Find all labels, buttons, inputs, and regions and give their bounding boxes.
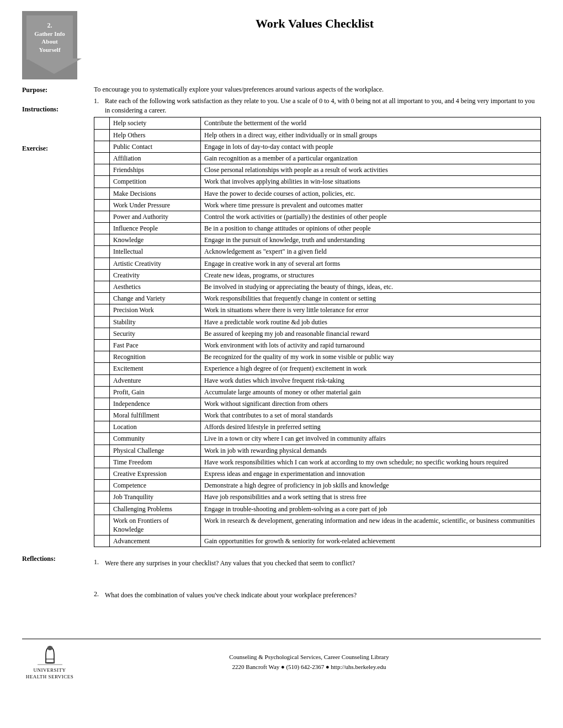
value-cell: Artistic Creativity — [110, 258, 201, 269]
reflections-area: Reflections: 1. Were there any surprises… — [22, 553, 541, 622]
desc-cell: Gain opportunities for growth & seniorit… — [201, 536, 541, 547]
desc-cell: Work where time pressure is prevalent an… — [201, 199, 541, 211]
checkbox-cell[interactable] — [94, 281, 110, 293]
desc-cell: Have the power to decide courses of acti… — [201, 188, 541, 199]
checkbox-cell[interactable] — [94, 480, 110, 491]
table-row: Job Tranquility Have job responsibilitie… — [94, 491, 541, 503]
footer-logo-line1: UNIVERSITY — [26, 667, 74, 674]
desc-cell: Have work duties which involve frequent … — [201, 374, 541, 386]
table-row: Help society Contribute the betterment o… — [94, 117, 541, 129]
table-row: Public Contact Engage in lots of day-to-… — [94, 141, 541, 152]
checkbox-cell[interactable] — [94, 258, 110, 269]
checkbox-cell[interactable] — [94, 468, 110, 480]
checkbox-cell[interactable] — [94, 491, 110, 503]
reflections-main-col: 1. Were there any surprises in your chec… — [94, 553, 541, 622]
desc-cell: Gain recognition as a member of a partic… — [201, 152, 541, 164]
checkbox-cell[interactable] — [94, 433, 110, 445]
value-cell: Challenging Problems — [110, 503, 201, 515]
checkbox-cell[interactable] — [94, 363, 110, 374]
value-cell: Precision Work — [110, 304, 201, 316]
purpose-text: To encourage you to systematically explo… — [94, 85, 541, 94]
table-row: Aesthetics Be involved in studying or ap… — [94, 281, 541, 293]
checkbox-cell[interactable] — [94, 351, 110, 363]
checkbox-cell[interactable] — [94, 328, 110, 339]
checkbox-cell[interactable] — [94, 456, 110, 468]
value-cell: Stability — [110, 316, 201, 328]
table-row: Change and Variety Work responsibilities… — [94, 293, 541, 304]
table-row: Make Decisions Have the power to decide … — [94, 188, 541, 199]
table-row: Competence Demonstrate a high degree of … — [94, 480, 541, 491]
labels-col: Purpose: Instructions: Exercise: — [22, 85, 94, 547]
value-cell: Competition — [110, 176, 201, 188]
checkbox-cell[interactable] — [94, 445, 110, 456]
table-row: Help Others Help others in a direct way,… — [94, 129, 541, 141]
table-row: Creative Expression Express ideas and en… — [94, 468, 541, 480]
content-area: Purpose: Instructions: Exercise: To enco… — [22, 85, 541, 547]
checkbox-cell[interactable] — [94, 188, 110, 199]
desc-cell: Be recognized for the quality of my work… — [201, 351, 541, 363]
footer-logo: UNIVERSITY HEALTH SERVICES — [22, 644, 77, 680]
value-cell: Friendships — [110, 164, 201, 176]
table-row: Power and Authority Control the work act… — [94, 211, 541, 222]
desc-cell: Engage in the pursuit of knowledge, trut… — [201, 234, 541, 246]
step-num: 2. — [47, 22, 52, 30]
uhs-logo-icon — [35, 644, 65, 666]
checkbox-cell[interactable] — [94, 304, 110, 316]
checkbox-cell[interactable] — [94, 164, 110, 176]
label-exercise: Exercise: — [22, 144, 88, 153]
desc-cell: Have job responsibilities and a work set… — [201, 491, 541, 503]
desc-cell: Create new ideas, programs, or structure… — [201, 269, 541, 281]
checkbox-cell[interactable] — [94, 176, 110, 188]
svg-point-1 — [47, 646, 52, 650]
checkbox-cell[interactable] — [94, 536, 110, 547]
checkbox-cell[interactable] — [94, 293, 110, 304]
value-cell: Advancement — [110, 536, 201, 547]
checkbox-cell[interactable] — [94, 316, 110, 328]
checkbox-cell[interactable] — [94, 374, 110, 386]
checkbox-cell[interactable] — [94, 269, 110, 281]
desc-cell: Work responsibilities that frequently ch… — [201, 293, 541, 304]
table-row: Independence Work without significant di… — [94, 398, 541, 409]
desc-cell: Be assured of keeping my job and reasona… — [201, 328, 541, 339]
value-cell: Competence — [110, 480, 201, 491]
checkbox-cell[interactable] — [94, 246, 110, 258]
value-cell: Change and Variety — [110, 293, 201, 304]
checklist-table: Help society Contribute the betterment o… — [94, 117, 541, 547]
desc-cell: Work in research & development, generati… — [201, 515, 541, 535]
desc-cell: Engage in trouble-shooting and problem-s… — [201, 503, 541, 515]
table-row: Knowledge Engage in the pursuit of knowl… — [94, 234, 541, 246]
table-row: Recognition Be recognized for the qualit… — [94, 351, 541, 363]
checkbox-cell[interactable] — [94, 141, 110, 152]
table-row: Work on Frontiers of Knowledge Work in r… — [94, 515, 541, 535]
checkbox-cell[interactable] — [94, 503, 110, 515]
checkbox-cell[interactable] — [94, 234, 110, 246]
table-row: Work Under Pressure Work where time pres… — [94, 199, 541, 211]
checkbox-cell[interactable] — [94, 339, 110, 351]
value-cell: Help society — [110, 117, 201, 129]
checkbox-cell[interactable] — [94, 386, 110, 398]
footer-info-line2: 2220 Bancroft Way ● (510) 642-2367 ● htt… — [77, 662, 541, 672]
desc-cell: Have work responsibilities which I can w… — [201, 456, 541, 468]
checkbox-cell[interactable] — [94, 152, 110, 164]
value-cell: Help Others — [110, 129, 201, 141]
main-title: Work Values Checklist — [256, 17, 374, 31]
checkbox-cell[interactable] — [94, 129, 110, 141]
checkbox-cell[interactable] — [94, 199, 110, 211]
desc-cell: Engage in lots of day-to-day contact wit… — [201, 141, 541, 152]
checkbox-cell[interactable] — [94, 223, 110, 234]
checkbox-cell[interactable] — [94, 515, 110, 535]
table-row: Moral fulfillment Work that contributes … — [94, 410, 541, 421]
table-row: Friendships Close personal relationships… — [94, 164, 541, 176]
checkbox-cell[interactable] — [94, 211, 110, 222]
footer-logo-text: UNIVERSITY HEALTH SERVICES — [26, 667, 74, 680]
desc-cell: Engage in creative work in any of severa… — [201, 258, 541, 269]
checkbox-cell[interactable] — [94, 410, 110, 421]
table-row: Competition Work that involves applying … — [94, 176, 541, 188]
desc-cell: Be involved in studying or appreciating … — [201, 281, 541, 293]
checkbox-cell[interactable] — [94, 398, 110, 409]
value-cell: Excitement — [110, 363, 201, 374]
checkbox-cell[interactable] — [94, 421, 110, 433]
checkbox-cell[interactable] — [94, 117, 110, 129]
desc-cell: Help others in a direct way, either indi… — [201, 129, 541, 141]
desc-cell: Work that involves applying abilities in… — [201, 176, 541, 188]
